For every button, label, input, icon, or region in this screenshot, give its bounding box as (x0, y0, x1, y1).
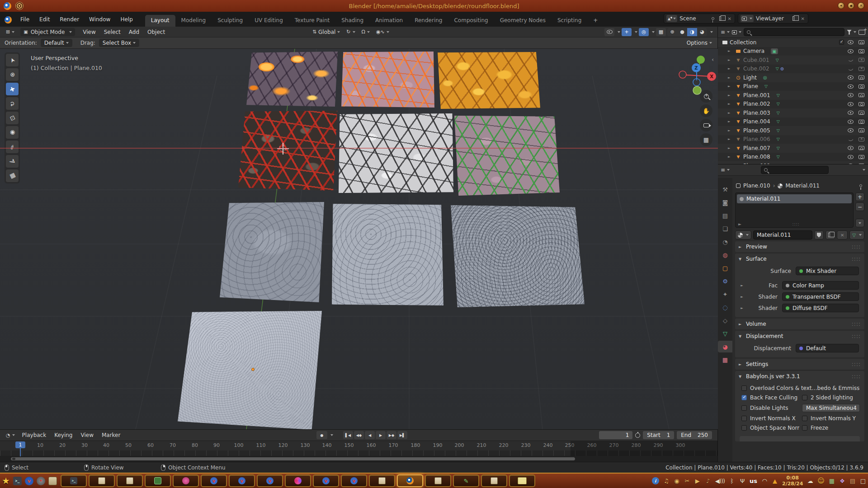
clock[interactable]: 0:08 2/28/24 (782, 475, 803, 487)
outliner-row[interactable]: ► Plane.007 (718, 144, 868, 153)
tab-view-layer[interactable]: ❏ (718, 223, 732, 235)
viewport-canvas[interactable]: User Perspective (1) Collection | Plane.… (0, 49, 718, 429)
breadcrumb-material[interactable]: Material.011 (785, 183, 819, 189)
outliner-row[interactable]: ► Plane.009 (718, 161, 868, 164)
disable-render-icon[interactable] (859, 49, 864, 53)
window-icon[interactable]: □ (860, 478, 866, 484)
outliner-row[interactable]: ► Collection (718, 38, 868, 47)
launcher-media-icon[interactable]: ✦ (37, 477, 45, 485)
launcher-terminal-icon[interactable]: >_ (13, 477, 22, 485)
outliner-row[interactable]: ► Plane (718, 82, 868, 91)
disable-render-icon[interactable] (859, 120, 864, 124)
hide-eye-icon[interactable] (848, 120, 854, 124)
editor-type-button[interactable]: ≡ (721, 167, 730, 173)
tab-scripting[interactable]: Scripting (552, 15, 587, 27)
orientation-dropdown[interactable]: Default (41, 39, 72, 47)
overload-colors-checkbox[interactable] (741, 385, 747, 391)
tab-uv-editing[interactable]: UV Editing (249, 15, 289, 27)
close-button[interactable]: ✕ (858, 2, 864, 9)
task-browser[interactable]: v (257, 474, 283, 487)
info-icon[interactable]: i (652, 477, 659, 484)
outliner-row[interactable]: ► Plane.004 (718, 117, 868, 127)
tab-material[interactable]: ◕ (718, 341, 732, 352)
tab-render[interactable]: ◙ (718, 197, 732, 208)
plane-voronoi-orange[interactable] (438, 52, 540, 109)
shader2-input-dropdown[interactable]: Diffuse BSDF (782, 304, 859, 312)
menu-item[interactable]: Window (84, 16, 115, 27)
displacement-dropdown[interactable]: Default (796, 344, 859, 352)
tab-physics[interactable]: ◌ (718, 301, 732, 313)
new-viewlayer-icon[interactable] (793, 16, 797, 21)
playhead[interactable]: 1 (15, 441, 25, 448)
disable-render-icon[interactable] (859, 58, 864, 62)
hide-eye-icon[interactable] (848, 128, 854, 132)
fake-user-button[interactable] (814, 230, 824, 239)
proportional-editing-toggle[interactable]: ◉∿ (374, 28, 392, 36)
wifi-icon[interactable]: ◠ (761, 478, 768, 484)
object-space-normals-checkbox[interactable] (741, 425, 747, 431)
tab-layout[interactable]: Layout (145, 15, 175, 27)
disable-render-icon[interactable] (859, 67, 864, 71)
audio-icon[interactable]: ♪ (705, 478, 711, 484)
tool-move[interactable]: ✚ (6, 83, 19, 95)
music-icon[interactable]: ♫ (663, 478, 670, 484)
invert-normals-y-checkbox[interactable] (802, 416, 807, 421)
expand-icon[interactable]: ► (735, 295, 749, 299)
unlink-scene-icon[interactable]: ✕ (727, 16, 732, 21)
material-slot-list[interactable]: Material.011 ►:::: (735, 192, 854, 228)
material-name-field[interactable]: Material.011 (753, 230, 812, 239)
filter-button[interactable] (847, 30, 856, 35)
material-slot-selected[interactable]: Material.011 (737, 194, 852, 203)
disable-render-icon[interactable] (859, 93, 864, 97)
timeline-menu-item[interactable]: Keying (50, 431, 76, 439)
hide-eye-icon[interactable] (848, 49, 854, 53)
task-browser[interactable]: v (201, 474, 227, 487)
disable-render-icon[interactable] (859, 111, 864, 115)
expand-icon[interactable]: ► (728, 67, 733, 70)
hide-eye-icon[interactable] (848, 93, 854, 97)
weather-icon[interactable]: ☁ (807, 478, 813, 484)
outliner-row[interactable]: ► Light (718, 73, 868, 82)
launcher-browser-icon[interactable]: v (25, 477, 33, 485)
tab-compositing[interactable]: Compositing (448, 15, 494, 27)
tab-constraints[interactable]: ◇ (718, 314, 732, 326)
hide-eye-icon[interactable] (848, 75, 854, 80)
maximize-button[interactable]: ▪ (848, 2, 854, 9)
plane-stone-white[interactable] (339, 113, 453, 193)
task-browser[interactable]: v (341, 474, 367, 487)
expand-icon[interactable]: ► (728, 84, 733, 88)
disable-lights-checkbox[interactable] (741, 405, 747, 411)
expand-icon[interactable]: ► (728, 58, 733, 62)
tab-add[interactable]: + (587, 15, 604, 27)
expand-icon[interactable]: ► (728, 76, 733, 80)
calculator-icon[interactable]: ▦ (829, 478, 835, 484)
browse-material-button[interactable] (735, 230, 751, 239)
tab-animation[interactable]: Animation (369, 15, 409, 27)
gizmos-toggle[interactable]: + (622, 28, 632, 36)
hide-eye-icon[interactable] (848, 111, 854, 115)
tab-scene[interactable]: ◔ (718, 236, 732, 248)
menu-item[interactable]: File (15, 16, 34, 27)
task-blender[interactable] (397, 474, 423, 487)
outliner-row[interactable]: ► Plane.008 (718, 153, 868, 162)
plane-lava-purple[interactable] (246, 52, 338, 107)
new-collection-button[interactable] (859, 30, 865, 35)
timeline-menu-item[interactable]: Playback (18, 431, 51, 439)
volume-panel-header[interactable]: ►Volume:::: (735, 319, 864, 329)
bluetooth-icon[interactable]: ᛒ (729, 478, 735, 484)
hide-eye-icon[interactable] (848, 155, 854, 159)
zoom-button[interactable] (700, 90, 712, 103)
outliner-row[interactable]: ► Cube.001 (718, 56, 868, 65)
pin-icon[interactable] (712, 17, 714, 20)
task-file-manager[interactable] (425, 474, 451, 487)
task-media-app[interactable] (173, 474, 199, 487)
outliner-row[interactable]: ► Plane.001 (718, 91, 868, 100)
settings-panel-header[interactable]: ►Settings:::: (735, 359, 864, 370)
shading-rendered-button[interactable]: ◕ (697, 28, 707, 36)
copy-material-button[interactable] (826, 230, 835, 239)
outliner-row[interactable]: ► Cube.002 (718, 65, 868, 74)
displacement-panel-header[interactable]: ▼Displacement:::: (735, 331, 864, 342)
breadcrumb-object[interactable]: Plane.010 (743, 183, 770, 189)
backface-culling-checkbox[interactable] (741, 395, 747, 400)
unlink-material-button[interactable]: ✕ (837, 230, 848, 239)
